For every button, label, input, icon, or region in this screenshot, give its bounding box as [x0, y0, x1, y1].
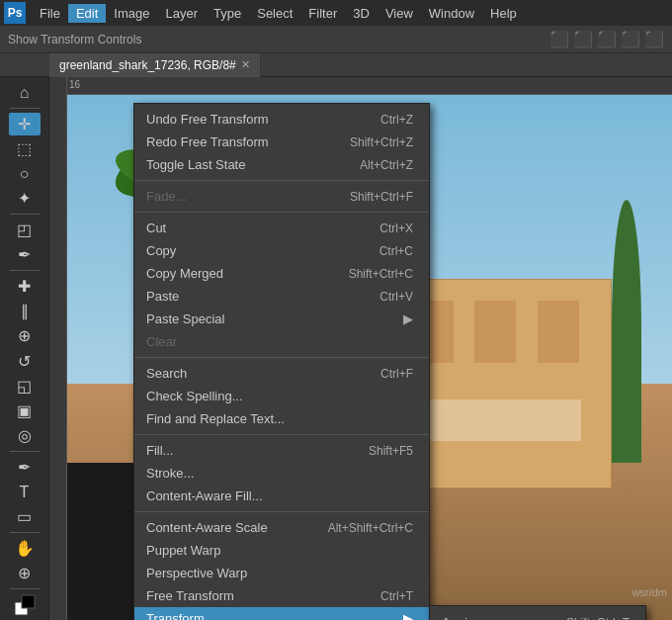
menu-item-find-replace[interactable]: Find and Replace Text... — [134, 407, 429, 430]
submenu-item-again[interactable]: Again Shift+Ctrl+T — [430, 610, 645, 620]
tool-zoom[interactable]: ⊕ — [9, 562, 41, 584]
menu-item-puppet-warp[interactable]: Puppet Warp — [134, 539, 429, 562]
menu-item-cut-label: Cut — [146, 221, 360, 235]
menu-image[interactable]: Image — [106, 4, 157, 23]
menu-item-fill-label: Fill... — [146, 443, 349, 458]
tool-eraser[interactable]: ◱ — [9, 375, 41, 398]
menu-item-cut[interactable]: Cut Ctrl+X — [134, 217, 429, 239]
menu-type[interactable]: Type — [206, 4, 249, 23]
menu-item-content-aware-fill[interactable]: Content-Aware Fill... — [134, 485, 429, 507]
tab-close-icon[interactable]: ✕ — [241, 58, 250, 71]
menu-item-undo-shortcut: Ctrl+Z — [380, 113, 413, 127]
tool-shape[interactable]: ▭ — [9, 505, 41, 528]
align-icon-5[interactable]: ⬛ — [644, 30, 664, 48]
menu-item-copy-merged-shortcut: Shift+Ctrl+C — [349, 267, 413, 281]
window-3 — [538, 301, 579, 363]
menu-edit[interactable]: Edit — [68, 4, 106, 23]
align-icon-4[interactable]: ⬛ — [621, 30, 640, 48]
tool-select-rect[interactable]: ⬚ — [9, 137, 41, 160]
menubar: Ps File Edit Image Layer Type Select Fil… — [0, 0, 672, 26]
menu-view[interactable]: View — [378, 4, 421, 23]
building — [400, 279, 612, 488]
tool-divider-4 — [10, 451, 40, 452]
left-toolbar: ⌂ ✛ ⬚ ○ ✦ ◰ ✒ ✚ ∥ ⊕ ↺ ◱ ▣ ◎ ✒ T ▭ ✋ ⊕ — [0, 77, 49, 620]
menu-item-free-transform[interactable]: Free Transform Ctrl+T — [134, 584, 429, 607]
menu-item-paste-special[interactable]: Paste Special ▶ — [134, 308, 429, 330]
menu-file[interactable]: File — [32, 4, 68, 23]
tool-lasso[interactable]: ○ — [9, 162, 41, 185]
menu-item-paste-shortcut: Ctrl+V — [379, 290, 413, 304]
sep-4 — [134, 434, 429, 435]
align-icon-1[interactable]: ⬛ — [549, 30, 569, 48]
tool-text[interactable]: T — [9, 481, 41, 503]
menu-item-clear: Clear — [134, 330, 429, 353]
sep-3 — [134, 357, 429, 358]
tool-move[interactable]: ✛ — [9, 113, 41, 135]
menu-item-perspective-warp-label: Perspective Warp — [146, 566, 413, 580]
align-icon-2[interactable]: ⬛ — [573, 30, 593, 48]
menu-item-content-aware-scale-label: Content-Aware Scale — [146, 520, 308, 535]
menu-item-content-aware-scale[interactable]: Content-Aware Scale Alt+Shift+Ctrl+C — [134, 516, 429, 539]
tool-crop[interactable]: ◰ — [9, 219, 41, 241]
menu-select[interactable]: Select — [249, 4, 300, 23]
menu-item-copy-merged-label: Copy Merged — [146, 266, 329, 281]
menu-item-undo-label: Undo Free Transform — [146, 112, 361, 127]
menu-item-fill[interactable]: Fill... Shift+F5 — [134, 439, 429, 462]
menu-item-search[interactable]: Search Ctrl+F — [134, 362, 429, 385]
tool-clone[interactable]: ⊕ — [9, 324, 41, 347]
menu-item-fade-label: Fade... — [146, 189, 330, 204]
menu-3d[interactable]: 3D — [345, 4, 378, 23]
tool-healing[interactable]: ✚ — [9, 275, 41, 298]
menu-item-paste-label: Paste — [146, 289, 360, 304]
svg-rect-1 — [22, 595, 35, 608]
align-icon-3[interactable]: ⬛ — [597, 30, 617, 48]
tool-divider-2 — [10, 214, 40, 215]
menu-item-transform-label: Transform — [146, 611, 395, 620]
menu-layer[interactable]: Layer — [158, 4, 207, 23]
tool-home[interactable]: ⌂ — [9, 81, 41, 104]
menu-item-toggle-label: Toggle Last State — [146, 157, 340, 172]
menu-filter[interactable]: Filter — [300, 4, 345, 23]
menu-item-check-spelling-label: Check Spelling... — [146, 389, 413, 403]
foreground-color[interactable] — [9, 593, 41, 616]
tool-pen[interactable]: ✒ — [9, 456, 41, 479]
menu-item-toggle[interactable]: Toggle Last State Alt+Ctrl+Z — [134, 153, 429, 176]
menu-item-fill-shortcut: Shift+F5 — [369, 444, 413, 458]
menu-window[interactable]: Window — [421, 4, 482, 23]
menu-item-copy-merged[interactable]: Copy Merged Shift+Ctrl+C — [134, 262, 429, 285]
menu-item-copy[interactable]: Copy Ctrl+C — [134, 239, 429, 262]
menu-item-transform[interactable]: Transform ▶ Again Shift+Ctrl+T Scale — [134, 607, 429, 620]
document-tab[interactable]: greenland_shark_17236, RGB/8# ✕ — [49, 53, 261, 77]
tool-history[interactable]: ↺ — [9, 350, 41, 373]
tool-hand[interactable]: ✋ — [9, 537, 41, 560]
sep-1 — [134, 180, 429, 181]
menu-item-paste[interactable]: Paste Ctrl+V — [134, 285, 429, 308]
ruler-top: 16 — [67, 77, 672, 95]
menu-item-undo[interactable]: Undo Free Transform Ctrl+Z — [134, 108, 429, 131]
menu-help[interactable]: Help — [482, 4, 525, 23]
tool-eyedropper[interactable]: ✒ — [9, 243, 41, 266]
tool-brush[interactable]: ∥ — [9, 300, 41, 322]
tool-gradient[interactable]: ▣ — [9, 399, 41, 422]
menu-item-cut-shortcut: Ctrl+X — [379, 221, 413, 235]
menu-item-clear-label: Clear — [146, 334, 413, 349]
menu-item-search-label: Search — [146, 366, 361, 381]
ruler-value: 16 — [69, 79, 80, 90]
tab-bar: greenland_shark_17236, RGB/8# ✕ — [0, 53, 672, 77]
tool-dodge[interactable]: ◎ — [9, 424, 41, 447]
menu-item-perspective-warp[interactable]: Perspective Warp — [134, 562, 429, 584]
menu-item-content-aware-fill-label: Content-Aware Fill... — [146, 488, 413, 503]
menu-item-redo-label: Redo Free Transform — [146, 134, 330, 149]
paste-special-arrow-icon: ▶ — [403, 311, 413, 326]
menu-item-free-transform-shortcut: Ctrl+T — [380, 589, 413, 603]
edit-dropdown: Undo Free Transform Ctrl+Z Redo Free Tra… — [133, 103, 430, 620]
tool-divider-3 — [10, 270, 40, 271]
sep-5 — [134, 511, 429, 512]
menu-item-toggle-shortcut: Alt+Ctrl+Z — [360, 158, 413, 172]
menu-item-redo[interactable]: Redo Free Transform Shift+Ctrl+Z — [134, 131, 429, 153]
submenu-item-again-label: Again — [442, 615, 474, 620]
menu-item-puppet-warp-label: Puppet Warp — [146, 543, 413, 558]
menu-item-check-spelling[interactable]: Check Spelling... — [134, 385, 429, 407]
menu-item-stroke[interactable]: Stroke... — [134, 462, 429, 485]
tool-magic-wand[interactable]: ✦ — [9, 187, 41, 210]
